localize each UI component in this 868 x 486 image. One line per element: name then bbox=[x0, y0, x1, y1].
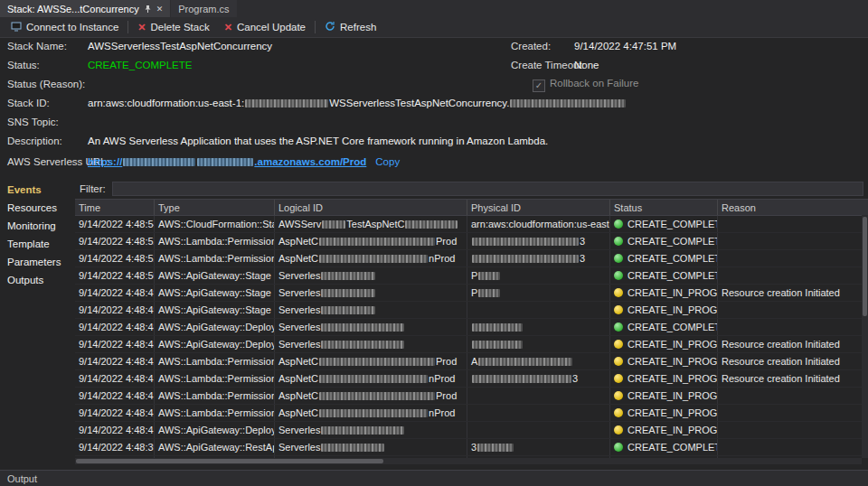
cell-time: 9/14/2022 4:48:49 PM bbox=[75, 302, 155, 318]
horizontal-scrollbar-thumb[interactable] bbox=[76, 459, 383, 463]
status-icon bbox=[614, 357, 623, 366]
cell-status: CREATE_IN_PROGRESS bbox=[610, 302, 718, 318]
status-icon bbox=[614, 340, 623, 349]
rollback-on-failure-checkbox[interactable]: ✓ bbox=[533, 79, 545, 92]
cell-logical: AWSServTestAspNetC bbox=[275, 216, 467, 232]
cell-type: AWS::Lambda::Permission bbox=[155, 388, 275, 404]
side-tab-parameters[interactable]: Parameters bbox=[0, 253, 75, 271]
cell-logical: Serverles bbox=[275, 285, 467, 301]
cancel-update-button[interactable]: ✕ Cancel Update bbox=[217, 17, 313, 37]
refresh-button[interactable]: Refresh bbox=[317, 17, 383, 37]
column-header-logical[interactable]: Logical ID bbox=[275, 200, 467, 215]
vs-stack-view-window: Stack: AWSSe...tConcurrency ✕ Program.cs… bbox=[0, 0, 868, 486]
redacted-text bbox=[472, 238, 579, 246]
cell-reason bbox=[718, 388, 868, 404]
connect-to-instance-button[interactable]: Connect to Instance bbox=[4, 17, 126, 37]
delete-stack-button[interactable]: ✕ Delete Stack bbox=[130, 17, 216, 37]
cell-time: 9/14/2022 4:48:39 PM bbox=[75, 439, 155, 455]
event-row[interactable]: 9/14/2022 4:48:41 PMAWS::Lambda::Permiss… bbox=[75, 370, 868, 388]
event-row[interactable]: 9/14/2022 4:48:42 PMAWS::Lambda::Permiss… bbox=[75, 353, 868, 370]
redacted-text bbox=[321, 444, 384, 452]
column-header-time[interactable]: Time bbox=[75, 200, 155, 215]
status-value: CREATE_COMPLETE bbox=[88, 60, 192, 70]
tab-stack-title: Stack: AWSSe...tConcurrency bbox=[7, 4, 139, 14]
tab-stack-document[interactable]: Stack: AWSSe...tConcurrency ✕ bbox=[0, 0, 170, 17]
cell-status: CREATE_COMPLETE bbox=[610, 267, 718, 284]
event-row[interactable]: 9/14/2022 4:48:52 PMAWS::Lambda::Permiss… bbox=[75, 233, 868, 250]
cell-logical: AspNetCProd bbox=[275, 353, 467, 369]
redacted-text bbox=[319, 392, 435, 400]
serverless-url-link[interactable]: https://.amazonaws.com/Prod bbox=[88, 156, 366, 167]
status-icon bbox=[614, 237, 623, 246]
pin-icon[interactable] bbox=[144, 5, 152, 14]
sns-topic-label: SNS Topic: bbox=[7, 117, 59, 127]
cell-reason: Resource creation Initiated bbox=[718, 285, 868, 301]
filter-row: Filter: bbox=[80, 182, 863, 196]
event-row[interactable]: 9/14/2022 4:48:48 PMAWS::ApiGateway::Dep… bbox=[75, 319, 868, 336]
event-row[interactable]: 9/14/2022 4:48:41 PMAWS::ApiGateway::Dep… bbox=[75, 422, 868, 439]
side-tab-template[interactable]: Template bbox=[0, 235, 75, 253]
column-header-reason[interactable]: Reason bbox=[718, 200, 868, 215]
cancel-icon: ✕ bbox=[224, 22, 232, 33]
cell-physical bbox=[467, 336, 610, 352]
filter-input[interactable] bbox=[112, 182, 863, 196]
event-row[interactable]: 9/14/2022 4:48:41 PMAWS::Lambda::Permiss… bbox=[75, 405, 868, 422]
column-header-physical[interactable]: Physical ID bbox=[467, 200, 610, 215]
side-tab-outputs[interactable]: Outputs bbox=[0, 271, 75, 289]
cell-physical bbox=[467, 319, 610, 335]
side-tab-events[interactable]: Events bbox=[0, 181, 75, 199]
tab-program-cs[interactable]: Program.cs bbox=[171, 0, 236, 17]
event-row[interactable]: 9/14/2022 4:48:39 PMAWS::ApiGateway::Res… bbox=[75, 439, 868, 456]
cell-status: CREATE_IN_PROGRESS bbox=[610, 370, 718, 387]
side-tab-monitoring[interactable]: Monitoring bbox=[0, 217, 75, 235]
status-reason-label: Status (Reason): bbox=[7, 79, 85, 89]
event-row[interactable]: 9/14/2022 4:48:49 PMAWS::ApiGateway::Sta… bbox=[75, 302, 868, 319]
side-tab-resources[interactable]: Resources bbox=[0, 199, 75, 217]
cell-logical: AspNetCnProd bbox=[275, 370, 467, 387]
cell-physical: P bbox=[467, 267, 610, 284]
stack-details-panel: Stack Name: AWSServerlessTestAspNetConcu… bbox=[0, 38, 868, 180]
cell-status: CREATE_IN_PROGRESS bbox=[610, 388, 718, 404]
vertical-scrollbar-thumb[interactable] bbox=[863, 217, 867, 316]
cell-reason bbox=[718, 422, 868, 438]
status-icon bbox=[614, 425, 623, 435]
delete-icon: ✕ bbox=[137, 22, 146, 33]
event-row[interactable]: 9/14/2022 4:48:49 PMAWS::ApiGateway::Sta… bbox=[75, 285, 868, 302]
status-icon bbox=[614, 408, 623, 417]
event-row[interactable]: 9/14/2022 4:48:54 PMAWS::CloudFormation:… bbox=[75, 216, 868, 233]
redacted-text bbox=[472, 323, 523, 332]
events-table-header: TimeTypeLogical IDPhysical IDStatusReaso… bbox=[75, 200, 868, 216]
cell-type: AWS::Lambda::Permission bbox=[155, 353, 275, 369]
column-header-type[interactable]: Type bbox=[155, 200, 275, 215]
cell-type: AWS::ApiGateway::RestApi bbox=[155, 439, 275, 455]
stack-name-value: AWSServerlessTestAspNetConcurrency bbox=[88, 41, 272, 51]
redacted-text bbox=[321, 341, 404, 349]
output-panel-bar[interactable]: Output bbox=[0, 470, 868, 486]
cell-logical: Serverles bbox=[275, 439, 467, 455]
cell-time: 9/14/2022 4:48:48 PM bbox=[75, 336, 155, 352]
event-row[interactable]: 9/14/2022 4:48:52 PMAWS::Lambda::Permiss… bbox=[75, 250, 868, 267]
status-icon bbox=[614, 254, 623, 263]
vertical-scrollbar[interactable] bbox=[862, 215, 868, 458]
cell-reason: Resource creation Initiated bbox=[718, 370, 868, 387]
copy-url-link[interactable]: Copy bbox=[375, 156, 400, 167]
event-row[interactable]: 9/14/2022 4:48:41 PMAWS::Lambda::Permiss… bbox=[75, 388, 868, 405]
document-tab-strip: Stack: AWSSe...tConcurrency ✕ Program.cs bbox=[0, 0, 868, 17]
cell-time: 9/14/2022 4:48:54 PM bbox=[75, 216, 155, 232]
cell-logical: Serverles bbox=[275, 267, 467, 284]
event-row[interactable]: 9/14/2022 4:48:50 PMAWS::ApiGateway::Sta… bbox=[75, 267, 868, 285]
close-icon[interactable]: ✕ bbox=[156, 5, 164, 14]
redacted-text bbox=[319, 358, 435, 366]
redacted-text bbox=[472, 341, 523, 349]
cell-reason bbox=[718, 233, 868, 249]
cell-status: CREATE_COMPLETE bbox=[610, 319, 718, 335]
cell-reason bbox=[718, 439, 868, 455]
cell-type: AWS::ApiGateway::Deployment bbox=[155, 319, 275, 335]
redacted-text bbox=[319, 409, 428, 417]
side-tabs: EventsResourcesMonitoringTemplateParamet… bbox=[0, 181, 75, 289]
cell-type: AWS::Lambda::Permission bbox=[155, 250, 275, 266]
horizontal-scrollbar[interactable] bbox=[75, 458, 862, 464]
redacted-text bbox=[510, 99, 626, 107]
column-header-status[interactable]: Status bbox=[610, 200, 718, 215]
event-row[interactable]: 9/14/2022 4:48:48 PMAWS::ApiGateway::Dep… bbox=[75, 336, 868, 353]
